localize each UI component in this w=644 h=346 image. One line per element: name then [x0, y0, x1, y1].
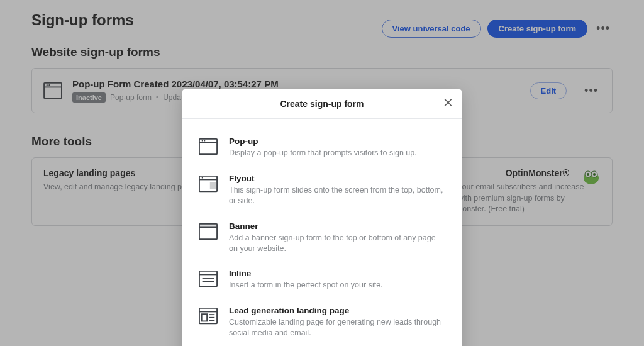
option-popup[interactable]: Pop-up Display a pop-up form that prompt… — [199, 130, 445, 167]
modal-overlay[interactable]: Create sign-up form Pop-up Display a pop… — [0, 0, 644, 346]
option-title: Lead generation landing page — [229, 306, 445, 315]
option-title: Pop-up — [229, 137, 445, 146]
svg-rect-21 — [199, 223, 217, 227]
option-desc: Customizable landing page for generating… — [229, 317, 445, 338]
option-desc: Display a pop-up form that prompts visit… — [229, 148, 445, 159]
option-inline[interactable]: Inline Insert a form in the perfect spot… — [199, 262, 445, 299]
svg-point-17 — [202, 177, 203, 179]
option-banner[interactable]: Banner Add a banner sign-up form to the … — [199, 215, 445, 263]
option-flyout[interactable]: Flyout This sign-up form slides onto the… — [199, 167, 445, 215]
option-desc: Add a banner sign-up form to the top or … — [229, 233, 445, 254]
svg-rect-28 — [202, 314, 207, 321]
option-desc: This sign-up form slides onto the screen… — [229, 185, 445, 206]
banner-icon — [199, 223, 218, 240]
modal-title: Create sign-up form — [280, 99, 364, 109]
create-signup-modal: Create sign-up form Pop-up Display a pop… — [182, 89, 462, 346]
svg-point-13 — [202, 140, 203, 142]
svg-rect-11 — [199, 139, 217, 154]
layout-icon — [199, 307, 218, 325]
option-desc: Insert a form in the perfect spot on you… — [229, 280, 445, 291]
option-title: Flyout — [229, 174, 445, 183]
inline-icon — [199, 270, 218, 287]
flyout-icon — [199, 175, 218, 193]
option-title: Banner — [229, 221, 445, 231]
popup-icon — [199, 138, 218, 155]
option-lead-gen[interactable]: Lead generation landing page Customizabl… — [199, 299, 445, 346]
svg-point-14 — [204, 140, 205, 142]
svg-rect-18 — [211, 182, 216, 188]
close-icon[interactable] — [443, 98, 453, 110]
option-title: Inline — [229, 269, 445, 278]
